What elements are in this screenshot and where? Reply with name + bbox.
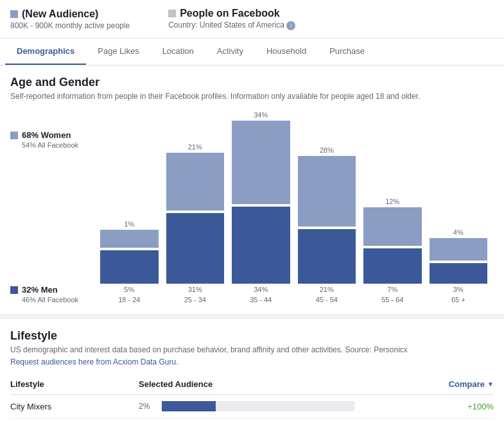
bar-group-55-64: 12% 7% 55 - 64 [363, 198, 422, 304]
women-bar [100, 230, 159, 248]
bar-group-65plus: 4% 3% 65 + [430, 228, 488, 304]
men-bar [430, 263, 488, 284]
women-bar-section: 12% [363, 198, 422, 246]
header: (New Audience) 800K - 900K monthly activ… [0, 0, 504, 39]
lifestyle-section: Lifestyle US demographic and interest da… [0, 319, 504, 421]
women-bar [166, 153, 225, 210]
col-header-audience: Selected Audience [139, 379, 449, 389]
women-bar-section: 34% [232, 111, 290, 204]
women-bar [298, 156, 356, 227]
women-bar-section: 21% [166, 143, 225, 210]
facebook-block: People on Facebook Country: United State… [168, 8, 295, 30]
women-label: 68% Women [22, 130, 71, 140]
women-pct: 34% [254, 111, 268, 119]
women-bar [232, 121, 290, 204]
lifestyle-row-name: City Mixers [10, 402, 139, 411]
women-sub: 54% All Facebook [22, 141, 94, 149]
men-bar-section: 21% [298, 229, 356, 293]
men-bar-section: 3% [430, 263, 488, 293]
men-sub: 46% All Facebook [22, 296, 94, 304]
women-bar [430, 238, 488, 261]
lifestyle-bar-bg [162, 401, 354, 411]
age-gender-section: Age and Gender Self-reported information… [0, 65, 504, 314]
women-pct: 28% [320, 146, 334, 154]
main-content: Age and Gender Self-reported information… [0, 65, 504, 421]
women-bar-section: 4% [430, 228, 488, 261]
lifestyle-pct: 2% [139, 402, 157, 411]
lifestyle-rows: City Mixers 2% +100% Savvy Singles 4% +6… [10, 395, 494, 421]
tab-location[interactable]: Location [151, 39, 205, 65]
lifestyle-row: Savvy Singles 4% +64% [10, 418, 494, 421]
tab-activity[interactable]: Activity [205, 39, 255, 65]
men-pct: 7% [387, 286, 397, 293]
tabs-bar: Demographics Page Likes Location Activit… [0, 39, 504, 65]
lifestyle-description: US demographic and interest data based o… [10, 345, 494, 354]
women-pct: 12% [385, 198, 399, 205]
chevron-down-icon: ▼ [487, 381, 494, 388]
men-bar [100, 250, 159, 284]
men-label: 32% Men [22, 285, 58, 295]
men-bar-section: 5% [100, 250, 159, 293]
women-bar-section: 1% [100, 220, 159, 248]
women-bar [363, 207, 422, 246]
age-group-label: 45 - 54 [316, 296, 338, 304]
men-bar [166, 213, 225, 284]
chart-area: 68% Women 54% All Facebook 32% Men 46% A… [10, 111, 494, 304]
lifestyle-compare-val: +100% [455, 402, 494, 411]
bar-group-35-44: 34% 34% 35 - 44 [232, 111, 290, 304]
facebook-subtitle: Country: United States of America i [168, 21, 295, 30]
facebook-label: People on Facebook [180, 8, 280, 19]
tab-household[interactable]: Household [255, 39, 318, 65]
facebook-title: People on Facebook [168, 8, 295, 19]
lifestyle-bar-fill [162, 401, 216, 411]
tab-page-likes[interactable]: Page Likes [86, 39, 150, 65]
women-dot [10, 132, 18, 139]
new-audience-label: (New Audience) [22, 8, 98, 20]
bar-chart: 1% 5% 18 - 24 21% 31% 25 - 34 34% 34% 35 [94, 111, 494, 304]
bar-group-18-24: 1% 5% 18 - 24 [100, 220, 159, 304]
new-audience-block: (New Audience) 800K - 900K monthly activ… [10, 8, 130, 30]
men-bar-section: 34% [232, 207, 290, 293]
men-pct: 21% [320, 286, 334, 293]
men-pct: 3% [453, 286, 464, 293]
lifestyle-bar-container: 2% [139, 401, 455, 411]
tab-demographics[interactable]: Demographics [5, 39, 86, 65]
new-audience-subtitle: 800K - 900K monthly active people [10, 21, 130, 30]
age-gender-title: Age and Gender [10, 76, 494, 89]
facebook-dot [168, 10, 176, 17]
women-pct: 21% [188, 143, 202, 151]
men-dot [10, 286, 18, 294]
col-header-compare[interactable]: Compare ▼ [449, 379, 494, 389]
bar-group-25-34: 21% 31% 25 - 34 [166, 143, 225, 304]
tab-purchase[interactable]: Purchase [318, 39, 376, 65]
new-audience-title: (New Audience) [10, 8, 130, 20]
men-pct: 34% [254, 286, 268, 293]
women-pct: 4% [453, 228, 464, 236]
age-group-label: 18 - 24 [118, 296, 140, 304]
chart-legend: 68% Women 54% All Facebook 32% Men 46% A… [10, 111, 94, 304]
legend-women: 68% Women 54% All Facebook [10, 130, 94, 149]
men-bar-section: 31% [166, 213, 225, 293]
col-header-lifestyle: Lifestyle [10, 379, 139, 389]
age-group-label: 55 - 64 [381, 296, 403, 304]
info-icon[interactable]: i [286, 21, 295, 30]
legend-men: 32% Men 46% All Facebook [10, 285, 94, 304]
women-pct: 1% [124, 220, 134, 228]
age-group-label: 35 - 44 [250, 296, 272, 304]
men-bar [232, 207, 290, 284]
men-bar [363, 248, 422, 284]
age-group-label: 25 - 34 [184, 296, 206, 304]
men-pct: 31% [188, 286, 202, 293]
men-bar-section: 7% [363, 248, 422, 293]
lifestyle-row: City Mixers 2% +100% [10, 395, 494, 418]
bar-group-45-54: 28% 21% 45 - 54 [298, 146, 356, 304]
men-pct: 5% [124, 286, 134, 293]
acxiom-link[interactable]: Request audiences here from Acxiom Data … [10, 357, 178, 366]
men-bar [298, 229, 356, 284]
women-bar-section: 28% [298, 146, 356, 227]
lifestyle-title: Lifestyle [10, 329, 494, 343]
table-header: Lifestyle Selected Audience Compare ▼ [10, 374, 494, 395]
age-group-label: 65 + [451, 296, 465, 304]
age-gender-description: Self-reported information from people in… [10, 92, 494, 101]
new-audience-dot [10, 10, 18, 18]
